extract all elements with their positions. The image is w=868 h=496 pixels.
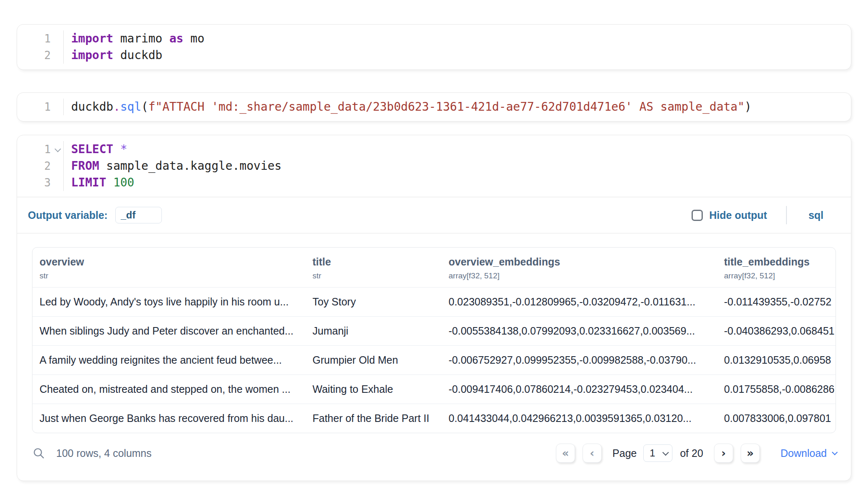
output-variable-bar: Output variable: Hide output sql: [17, 197, 851, 233]
code-line[interactable]: 1import marimo as mo: [17, 30, 851, 47]
dataframe-table: overviewstrtitlestroverview_embeddingsar…: [32, 247, 836, 433]
hide-output-checkbox[interactable]: [692, 210, 703, 221]
table-body: Led by Woody, Andy's toys live happily i…: [32, 287, 836, 433]
table-cell[interactable]: -0.0055384138,0.07992093,0.023316627,0.0…: [441, 325, 717, 337]
table-cell[interactable]: 0.01755858,-0.0086286: [717, 383, 836, 395]
table-header-row: overviewstrtitlestroverview_embeddingsar…: [32, 248, 836, 287]
table-row[interactable]: When siblings Judy and Peter discover an…: [32, 316, 836, 345]
previous-page-button[interactable]: ‹: [583, 444, 602, 463]
next-page-button[interactable]: ›: [714, 444, 733, 463]
column-header-title_embeddings[interactable]: title_embeddingsarray[f32, 512]: [717, 256, 836, 280]
line-number: 3: [44, 174, 51, 191]
line-number: 1: [44, 30, 51, 47]
table-cell[interactable]: Jumanji: [305, 325, 441, 337]
chevron-down-icon: [832, 449, 838, 455]
table-cell[interactable]: Led by Woody, Andy's toys live happily i…: [32, 296, 305, 308]
column-name: overview_embeddings: [449, 256, 717, 268]
last-page-button[interactable]: »: [741, 444, 760, 463]
column-header-overview_embeddings[interactable]: overview_embeddingsarray[f32, 512]: [441, 256, 717, 280]
line-number: 2: [44, 47, 51, 64]
hide-output-label: Hide output: [709, 209, 767, 221]
line-gutter: 1: [17, 30, 64, 47]
code-line[interactable]: 3LIMIT 100: [17, 174, 851, 191]
sql-cell: 1SELECT *2FROM sample_data.kaggle.movies…: [17, 135, 851, 481]
table-row[interactable]: Cheated on, mistreated and stepped on, t…: [32, 374, 836, 404]
output-variable-input[interactable]: [115, 207, 162, 223]
row-count-summary: 100 rows, 4 columns: [56, 447, 151, 459]
line-number: 2: [44, 158, 51, 174]
code-editor[interactable]: 1SELECT *2FROM sample_data.kaggle.movies…: [17, 135, 851, 197]
table-cell[interactable]: -0.011439355,-0.02752: [717, 296, 836, 308]
table-row[interactable]: Just when George Banks has recovered fro…: [32, 404, 836, 433]
output-variable-label: Output variable:: [28, 209, 108, 221]
page-select[interactable]: 1: [643, 444, 672, 462]
download-label: Download: [781, 447, 827, 459]
table-cell[interactable]: 0.023089351,-0.012809965,-0.03209472,-0.…: [441, 296, 717, 308]
column-header-overview[interactable]: overviewstr: [32, 256, 305, 280]
code-line[interactable]: 1SELECT *: [17, 141, 851, 158]
notebook: 1import marimo as mo2import duckdb 1duck…: [0, 0, 868, 489]
code-line[interactable]: 1duckdb.sql(f"ATTACH 'md:_share/sample_d…: [17, 99, 851, 115]
table-cell[interactable]: Waiting to Exhale: [305, 383, 441, 395]
table-row[interactable]: A family wedding reignites the ancient f…: [32, 345, 836, 374]
code-cell-attach: 1duckdb.sql(f"ATTACH 'md:_share/sample_d…: [17, 92, 851, 122]
line-gutter: 2: [17, 47, 64, 64]
table-cell[interactable]: Toy Story: [305, 296, 441, 308]
table-cell[interactable]: 0.0132910535,0.06958: [717, 354, 836, 366]
page-total-label: of 20: [680, 447, 703, 459]
line-gutter: 1: [17, 99, 64, 115]
line-gutter: 3: [17, 174, 64, 191]
line-number: 1: [44, 99, 51, 115]
line-gutter: 2: [17, 158, 64, 174]
column-header-title[interactable]: titlestr: [305, 256, 441, 280]
table-cell[interactable]: Father of the Bride Part II: [305, 412, 441, 424]
table-footer: 100 rows, 4 columns « ‹ Page 1 of 20 › »…: [32, 433, 836, 473]
table-cell[interactable]: -0.009417406,0.07860214,-0.023279453,0.0…: [441, 383, 717, 395]
double-chevron-right-icon: »: [746, 447, 754, 459]
table-cell[interactable]: Cheated on, mistreated and stepped on, t…: [32, 383, 305, 395]
table-cell[interactable]: -0.040386293,0.068451: [717, 325, 836, 337]
line-gutter: 1: [17, 141, 64, 158]
table-row[interactable]: Led by Woody, Andy's toys live happily i…: [32, 287, 836, 316]
code-editor[interactable]: 1import marimo as mo2import duckdb: [17, 25, 851, 69]
page-select-value: 1: [650, 447, 655, 459]
fold-chevron-icon[interactable]: [55, 146, 61, 152]
column-dtype: array[f32, 512]: [449, 271, 717, 280]
chevron-down-icon: [662, 449, 669, 456]
chevron-right-icon: ›: [721, 447, 726, 459]
table-cell[interactable]: -0.006752927,0.099952355,-0.009982588,-0…: [441, 354, 717, 366]
table-cell[interactable]: Just when George Banks has recovered fro…: [32, 412, 305, 424]
column-name: overview: [40, 256, 305, 268]
column-name: title: [312, 256, 441, 268]
code-editor[interactable]: 1duckdb.sql(f"ATTACH 'md:_share/sample_d…: [17, 93, 851, 121]
chevron-left-icon: ‹: [590, 447, 594, 459]
table-cell[interactable]: A family wedding reignites the ancient f…: [32, 354, 305, 366]
table-cell[interactable]: 0.041433044,0.042966213,0.0039591365,0.0…: [441, 412, 717, 424]
double-chevron-left-icon: «: [562, 447, 569, 459]
table-cell[interactable]: 0.007833006,0.097801: [717, 412, 836, 424]
cell-language-label[interactable]: sql: [808, 209, 823, 221]
column-dtype: str: [312, 271, 441, 280]
column-dtype: array[f32, 512]: [724, 271, 836, 280]
line-number: 1: [44, 141, 51, 158]
search-button[interactable]: [32, 446, 45, 460]
divider: [786, 206, 787, 224]
column-name: title_embeddings: [724, 256, 836, 268]
table-cell[interactable]: When siblings Judy and Peter discover an…: [32, 325, 305, 337]
code-line[interactable]: 2import duckdb: [17, 47, 851, 64]
download-button[interactable]: Download: [781, 447, 836, 459]
column-dtype: str: [40, 271, 305, 280]
code-cell-imports: 1import marimo as mo2import duckdb: [17, 24, 851, 70]
search-icon: [32, 446, 45, 460]
code-line[interactable]: 2FROM sample_data.kaggle.movies: [17, 158, 851, 174]
first-page-button[interactable]: «: [556, 444, 575, 463]
page-label: Page: [613, 447, 637, 459]
table-cell[interactable]: Grumpier Old Men: [305, 354, 441, 366]
